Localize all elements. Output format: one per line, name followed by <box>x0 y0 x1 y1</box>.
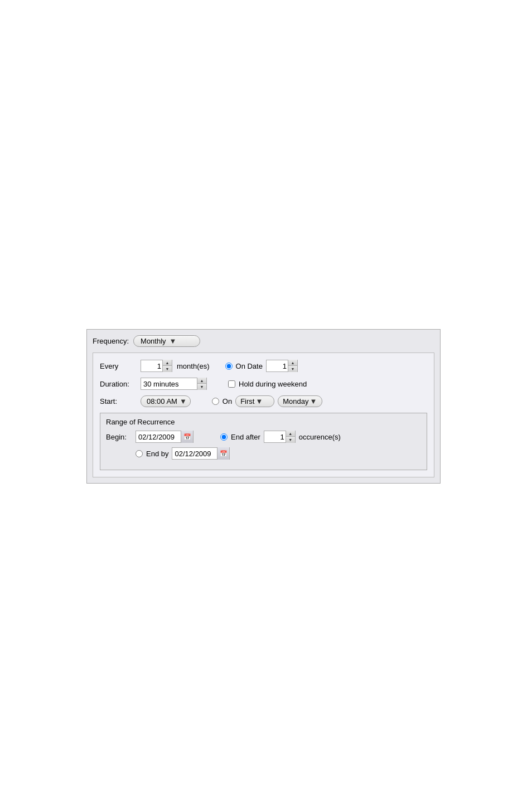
hold-weekend-label: Hold during weekend <box>239 380 307 388</box>
end-after-spin-up[interactable]: ▲ <box>286 431 295 437</box>
monday-value: Monday <box>283 397 308 405</box>
start-label: Start: <box>100 397 136 405</box>
every-spinbox: ▲ ▼ <box>141 360 172 372</box>
end-after-input[interactable] <box>264 431 286 442</box>
every-spin-up[interactable]: ▲ <box>163 360 172 366</box>
hold-weekend-checkbox[interactable] <box>228 380 235 388</box>
frequency-label: Frequency: <box>93 337 129 345</box>
on-date-spinbox: ▲ ▼ <box>266 360 298 372</box>
duration-dropdown[interactable]: 30 minutes 15 minutes 1 hour 2 hours <box>141 378 197 389</box>
duration-select-arrows: ▲ ▼ <box>197 378 206 390</box>
begin-row: Begin: 📅 End after ▲ ▼ occuren <box>106 431 421 443</box>
first-dropdown[interactable]: First ▼ <box>235 395 274 407</box>
every-unit: month(es) <box>177 362 210 370</box>
begin-calendar-button[interactable]: 📅 <box>181 431 193 443</box>
end-by-radio[interactable] <box>136 450 143 457</box>
first-arrow: ▼ <box>255 397 263 405</box>
every-spinbox-buttons: ▲ ▼ <box>162 360 172 372</box>
monday-dropdown[interactable]: Monday ▼ <box>278 395 322 407</box>
begin-label: Begin: <box>106 433 131 441</box>
end-by-label: End by <box>146 450 168 458</box>
first-value: First <box>240 397 254 405</box>
end-after-spin-down[interactable]: ▼ <box>286 437 295 443</box>
start-time-value: 08:00 AM <box>147 397 177 405</box>
begin-date-input: 📅 <box>136 431 194 443</box>
every-label: Every <box>100 362 136 370</box>
duration-select: 30 minutes 15 minutes 1 hour 2 hours ▲ ▼ <box>141 378 207 390</box>
end-after-spinbox-buttons: ▲ ▼ <box>286 431 295 443</box>
begin-date-field[interactable] <box>136 431 181 442</box>
recurrence-box: Range of Recurrence Begin: 📅 End after ▲ <box>100 413 427 470</box>
monday-arrow: ▼ <box>309 397 317 405</box>
end-after-radio[interactable] <box>220 433 228 441</box>
start-row: Start: 08:00 AM ▼ On First ▼ Monday ▼ <box>100 395 427 407</box>
duration-row: Duration: 30 minutes 15 minutes 1 hour 2… <box>100 378 427 390</box>
end-by-date-input: 📅 <box>172 447 230 460</box>
start-time-arrow: ▼ <box>180 397 187 405</box>
every-input[interactable] <box>141 360 162 371</box>
duration-up[interactable]: ▲ <box>197 378 206 384</box>
duration-label: Duration: <box>100 380 136 388</box>
on-date-radio[interactable] <box>225 363 233 370</box>
duration-down[interactable]: ▼ <box>197 384 206 390</box>
recurrence-title: Range of Recurrence <box>106 418 421 426</box>
end-by-date-field[interactable] <box>172 448 217 459</box>
every-row: Every ▲ ▼ month(es) On Date ▲ ▼ <box>100 360 427 372</box>
on-date-input[interactable] <box>267 360 288 371</box>
frequency-row: Frequency: Monthly ▼ <box>93 335 434 347</box>
on-date-spin-up[interactable]: ▲ <box>288 360 297 366</box>
on-date-label: On Date <box>236 362 263 370</box>
end-after-label: End after <box>231 433 260 441</box>
start-time-dropdown[interactable]: 08:00 AM ▼ <box>141 395 191 407</box>
recurrence-dialog: Frequency: Monthly ▼ Every ▲ ▼ month(es)… <box>86 329 441 484</box>
every-spin-down[interactable]: ▼ <box>163 366 172 372</box>
frequency-dropdown-arrow: ▼ <box>170 337 177 345</box>
on-date-spin-down[interactable]: ▼ <box>288 366 297 372</box>
on-radio-label: On <box>223 397 232 405</box>
frequency-dropdown[interactable]: Monthly ▼ <box>133 335 200 347</box>
end-after-unit: occurence(s) <box>299 433 341 441</box>
frequency-value: Monthly <box>141 337 166 345</box>
main-panel: Every ▲ ▼ month(es) On Date ▲ ▼ <box>93 353 434 477</box>
on-date-spinbox-buttons: ▲ ▼ <box>288 360 297 372</box>
end-after-spinbox: ▲ ▼ <box>264 431 296 443</box>
end-by-calendar-button[interactable]: 📅 <box>217 447 229 460</box>
end-by-row: End by 📅 <box>136 447 421 460</box>
on-radio[interactable] <box>212 398 219 405</box>
